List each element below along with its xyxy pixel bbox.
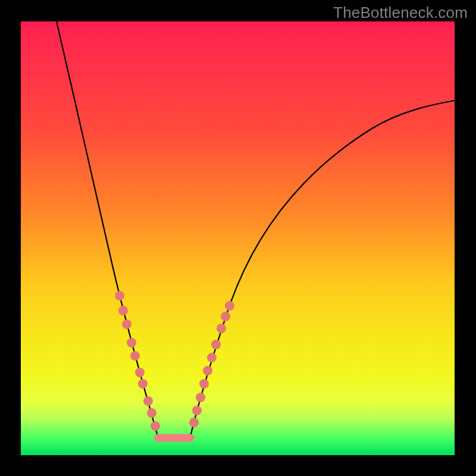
marker-dot xyxy=(192,406,202,415)
marker-dot xyxy=(189,418,199,427)
chart-svg xyxy=(21,21,455,455)
marker-dot xyxy=(115,291,124,300)
marker-dot xyxy=(199,379,209,389)
marker-dot xyxy=(127,338,136,347)
marker-dot xyxy=(143,396,153,406)
marker-dot xyxy=(130,351,140,361)
right-curve-markers xyxy=(189,301,234,427)
marker-dot xyxy=(221,312,230,321)
marker-dot xyxy=(138,379,148,389)
marker-dot xyxy=(207,353,217,362)
watermark-text: TheBottleneck.com xyxy=(333,4,468,22)
right-bottleneck-curve xyxy=(190,101,455,436)
marker-dot xyxy=(225,301,234,311)
marker-dot xyxy=(151,421,160,431)
chart-frame: TheBottleneck.com xyxy=(0,0,476,476)
left-curve-markers xyxy=(115,291,160,431)
marker-dot xyxy=(211,340,221,349)
marker-dot xyxy=(122,320,131,329)
marker-dot xyxy=(118,306,128,315)
plot-area xyxy=(21,21,455,455)
marker-dot xyxy=(203,366,212,375)
marker-dot xyxy=(196,393,205,402)
marker-dot xyxy=(135,368,145,377)
marker-dot xyxy=(217,324,226,333)
marker-dot xyxy=(147,408,156,418)
